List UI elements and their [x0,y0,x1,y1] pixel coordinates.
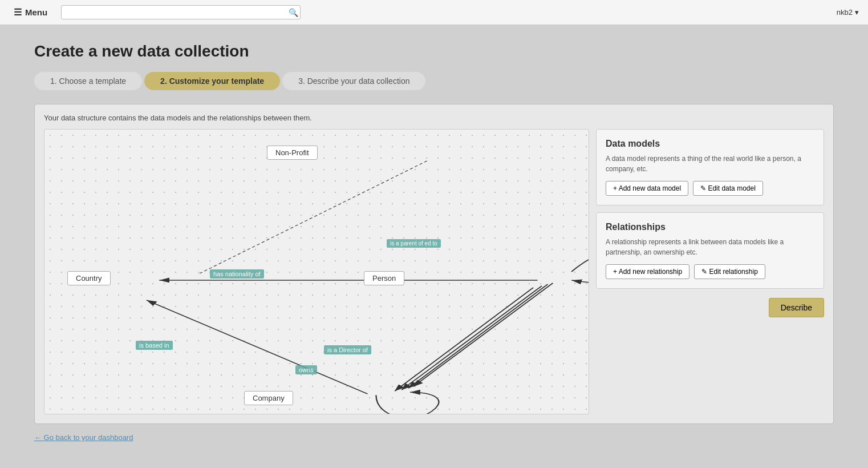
header: ☰ Menu 🔍 nkb2 ▾ [0,0,868,25]
step-1[interactable]: 1. Choose a template [34,72,142,90]
step-2[interactable]: 2. Customize your template [144,72,280,90]
svg-line-3 [401,286,542,390]
search-button[interactable]: 🔍 [289,8,298,17]
main-panel: Your data structure contains the data mo… [34,104,834,424]
svg-line-5 [413,283,553,386]
edge-label-nationality: has nationality of [210,269,264,279]
relationships-description: A relationship represents a link between… [606,237,814,257]
menu-button[interactable]: ☰ Menu [9,5,52,20]
edge-label-parent-of: is a parent of ed to [387,239,441,248]
user-menu[interactable]: nkb2 ▾ [837,8,859,17]
edge-label-owns: owns [295,365,317,374]
svg-line-7 [197,161,427,275]
graph-canvas[interactable]: Non-Profit Country Person Company has na… [44,129,589,414]
hamburger-icon: ☰ [14,7,22,18]
right-panel: Data models A data model represents a th… [596,129,824,414]
data-models-box: Data models A data model represents a th… [596,129,824,205]
edge-label-based-in: is based in [136,341,173,350]
relationships-title: Relationships [606,222,814,232]
node-nonprofit[interactable]: Non-Profit [267,146,318,160]
main-content: Create a new data collection 1. Choose a… [0,25,868,453]
data-models-title: Data models [606,139,814,149]
chevron-down-icon: ▾ [855,8,859,17]
user-label: nkb2 [837,8,853,17]
search-input[interactable] [61,5,301,19]
node-country[interactable]: Country [67,271,111,285]
edit-relationship-button[interactable]: ✎ Edit relationship [694,264,765,279]
steps-bar: 1. Choose a template 2. Customize your t… [34,72,834,90]
data-models-buttons: + Add new data model ✎ Edit data model [606,181,814,196]
edge-label-director: is a Director of [324,345,371,354]
relationships-box: Relationships A relationship represents … [596,212,824,289]
relationships-buttons: + Add new relationship ✎ Edit relationsh… [606,264,814,279]
svg-line-4 [408,284,547,388]
menu-label: Menu [25,7,47,17]
describe-button-area: Describe [596,298,824,317]
data-models-description: A data model represents a thing of the r… [606,154,814,174]
panel-description: Your data structure contains the data mo… [44,114,824,122]
content-area: Non-Profit Country Person Company has na… [44,129,824,414]
node-company[interactable]: Company [244,391,293,405]
back-link[interactable]: ← Go back to your dashboard [34,433,133,442]
search-container: 🔍 [61,5,828,19]
add-data-model-button[interactable]: + Add new data model [606,181,688,196]
svg-line-6 [395,288,533,391]
search-icon: 🔍 [289,8,298,17]
page-title: Create a new data collection [34,42,834,60]
step-3[interactable]: 3. Describe your data collection [282,72,425,90]
describe-button[interactable]: Describe [769,298,824,317]
edit-data-model-button[interactable]: ✎ Edit data model [693,181,763,196]
add-relationship-button[interactable]: + Add new relationship [606,264,689,279]
node-person[interactable]: Person [364,271,404,285]
